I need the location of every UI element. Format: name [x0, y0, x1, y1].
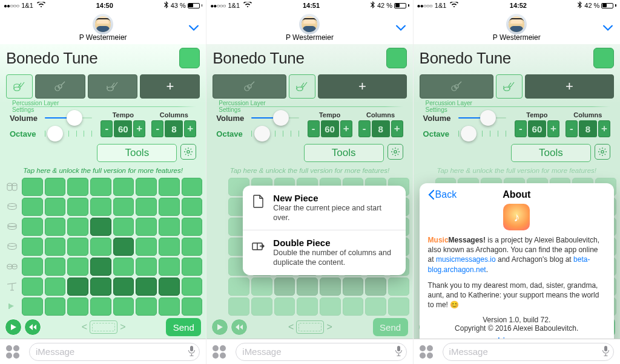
grid-cell[interactable]: [22, 198, 43, 216]
avatar[interactable]: [299, 14, 320, 34]
grid-cell[interactable]: [67, 178, 88, 196]
avatar[interactable]: [506, 14, 527, 34]
grid-cell[interactable]: [67, 238, 88, 256]
menu-new-piece[interactable]: New PieceClear the current piece and sta…: [243, 186, 405, 230]
row-icon-track: [4, 297, 21, 316]
licenses-link[interactable]: Licenses: [428, 336, 605, 339]
mic-icon[interactable]: [602, 345, 610, 358]
grid-cell[interactable]: [67, 198, 88, 216]
grid-cell[interactable]: [113, 258, 134, 276]
message-input[interactable]: iMessage: [29, 343, 200, 361]
sequencer-grid[interactable]: [22, 178, 202, 316]
tempo-plus[interactable]: +: [133, 120, 145, 137]
avatar[interactable]: [93, 14, 113, 34]
apps-icon[interactable]: [420, 345, 438, 359]
grid-cell[interactable]: [159, 198, 180, 216]
grid-cell[interactable]: [113, 278, 134, 296]
octave-slider[interactable]: [45, 127, 92, 140]
grid-cell[interactable]: [159, 278, 180, 296]
grid-cell[interactable]: [159, 258, 180, 276]
grid-cell[interactable]: [45, 238, 66, 256]
grid-cell[interactable]: [90, 198, 111, 216]
grid-cell[interactable]: [136, 258, 157, 276]
grid-cell[interactable]: [113, 198, 134, 216]
grid-cell[interactable]: [182, 238, 203, 256]
grid-cell[interactable]: [159, 218, 180, 236]
grid-cell[interactable]: [136, 238, 157, 256]
grid-cell[interactable]: [136, 198, 157, 216]
mic-icon[interactable]: [395, 345, 403, 358]
grid-cell[interactable]: [45, 278, 66, 296]
grid-cell[interactable]: [136, 178, 157, 196]
grid-cell[interactable]: [182, 218, 203, 236]
grid-cell[interactable]: [90, 258, 111, 276]
rewind-button[interactable]: [24, 319, 41, 336]
message-input[interactable]: iMessage: [236, 343, 406, 361]
send-button[interactable]: Send: [166, 318, 201, 336]
grid-cell[interactable]: [22, 258, 43, 276]
tools-button[interactable]: Tools: [97, 144, 177, 162]
grid-cell[interactable]: [90, 218, 111, 236]
apps-icon[interactable]: [213, 345, 231, 359]
grid-cell[interactable]: [136, 218, 157, 236]
grid-cell[interactable]: [136, 278, 157, 296]
grid-cell[interactable]: [67, 218, 88, 236]
cols-plus[interactable]: +: [184, 120, 196, 137]
chevron-down-icon[interactable]: [603, 21, 613, 34]
grid-cell[interactable]: [113, 297, 134, 316]
grid-cell[interactable]: [67, 278, 88, 296]
grid-cell[interactable]: [113, 238, 134, 256]
unlock-banner[interactable]: Tap here & unlock the full version for m…: [0, 167, 206, 174]
tempo-minus[interactable]: -: [101, 120, 113, 137]
grid-cell[interactable]: [159, 178, 180, 196]
grid-cell[interactable]: [90, 178, 111, 196]
grid-cell[interactable]: [113, 218, 134, 236]
grid-cell[interactable]: [67, 258, 88, 276]
columns-stepper[interactable]: - 8 +: [151, 120, 196, 137]
grid-cell[interactable]: [182, 178, 203, 196]
grid-cell[interactable]: [159, 297, 180, 316]
chevron-down-icon[interactable]: [189, 21, 199, 34]
message-input[interactable]: iMessage: [443, 343, 614, 361]
grid-cell[interactable]: [45, 178, 66, 196]
grid-cell[interactable]: [22, 278, 43, 296]
volume-slider[interactable]: [45, 111, 92, 125]
link-site[interactable]: musicmessages.io: [436, 255, 496, 264]
tab-drums[interactable]: [88, 74, 138, 99]
menu-double-piece[interactable]: Double PieceDouble the number of columns…: [243, 230, 405, 275]
tab-add[interactable]: +: [140, 74, 200, 99]
grid-cell[interactable]: [22, 178, 43, 196]
tempo-col-label: Tempo: [113, 111, 134, 119]
grid-cell[interactable]: [182, 297, 203, 316]
grid-cell[interactable]: [22, 218, 43, 236]
grid-cell[interactable]: [113, 178, 134, 196]
play-button[interactable]: [5, 319, 22, 336]
grid-cell[interactable]: [90, 238, 111, 256]
grid-cell[interactable]: [67, 297, 88, 316]
chevron-down-icon[interactable]: [396, 21, 406, 34]
mic-icon[interactable]: [188, 345, 196, 358]
grid-cell[interactable]: [45, 198, 66, 216]
grid-cell[interactable]: [45, 218, 66, 236]
grid-cell[interactable]: [22, 297, 43, 316]
gear-icon[interactable]: [180, 144, 196, 160]
grid-cell[interactable]: [182, 198, 203, 216]
color-swatch[interactable]: [179, 48, 200, 68]
cols-minus[interactable]: -: [151, 120, 163, 137]
tab-guitar[interactable]: [35, 74, 85, 99]
grid-cell[interactable]: [90, 278, 111, 296]
grid-cell[interactable]: [90, 297, 111, 316]
grid-cell[interactable]: [45, 297, 66, 316]
grid-cell[interactable]: [182, 258, 203, 276]
back-button[interactable]: Back: [428, 189, 457, 200]
apps-icon[interactable]: [6, 345, 24, 359]
tab-percussion[interactable]: [6, 74, 33, 99]
grid-cell[interactable]: [159, 238, 180, 256]
grid-cell[interactable]: [182, 278, 203, 296]
svg-point-5: [7, 183, 12, 186]
mini-controls[interactable]: <>: [82, 320, 126, 334]
tempo-stepper[interactable]: - 60 +: [101, 120, 145, 137]
grid-cell[interactable]: [22, 238, 43, 256]
grid-cell[interactable]: [136, 297, 157, 316]
grid-cell[interactable]: [45, 258, 66, 276]
